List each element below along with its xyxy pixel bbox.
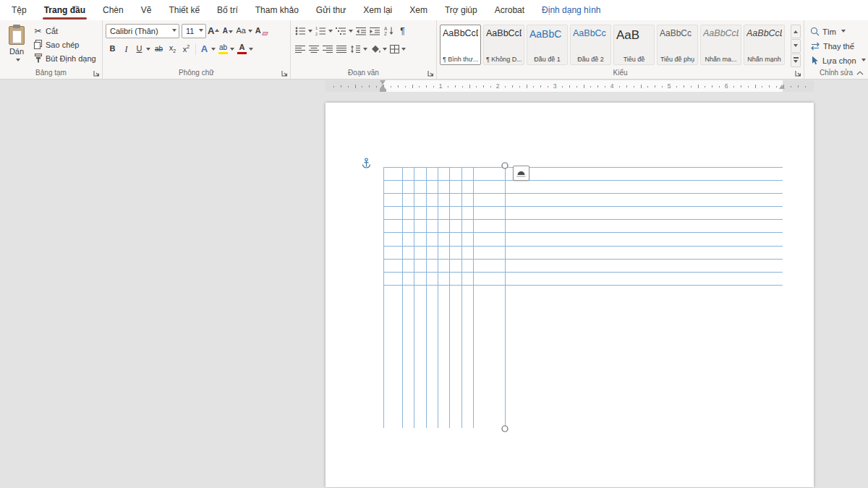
table-grid-drawing[interactable] bbox=[326, 103, 814, 487]
selection-handle-top[interactable] bbox=[502, 163, 508, 168]
align-center-button[interactable] bbox=[307, 41, 321, 56]
shrink-font-button[interactable]: A bbox=[221, 23, 234, 38]
styles-more-button[interactable] bbox=[791, 53, 801, 67]
separator bbox=[195, 43, 196, 55]
style-normal[interactable]: AaBbCcDc¶ Bình thư... bbox=[440, 25, 481, 65]
change-case-dropdown-arrow[interactable] bbox=[248, 30, 252, 35]
ruler-tick bbox=[676, 86, 677, 87]
underline-button[interactable]: U bbox=[133, 41, 152, 56]
replace-button[interactable]: Thay thế bbox=[809, 40, 865, 52]
styles-gallery: AaBbCcDc¶ Bình thư...AaBbCcDc¶ Không D..… bbox=[440, 23, 788, 68]
highlight-dropdown-arrow[interactable] bbox=[230, 48, 234, 53]
justify-button[interactable] bbox=[335, 41, 349, 56]
outdent-button[interactable] bbox=[354, 23, 368, 38]
italic-button[interactable]: I bbox=[119, 41, 133, 56]
ruler-tick bbox=[762, 86, 762, 87]
ruler-tick bbox=[376, 86, 377, 87]
style-no-spacing[interactable]: AaBbCcDc¶ Không D... bbox=[483, 25, 524, 65]
highlight-button[interactable]: ab bbox=[217, 41, 236, 56]
tab-references[interactable]: Tham khảo bbox=[247, 0, 307, 20]
tab-acrobat[interactable]: Acrobat bbox=[486, 0, 533, 20]
selection-handle-bottom[interactable] bbox=[502, 426, 508, 432]
line-spacing-button[interactable] bbox=[349, 41, 369, 56]
select-dropdown-arrow[interactable] bbox=[861, 59, 866, 64]
tab-review[interactable]: Xem lại bbox=[354, 0, 401, 20]
paragraph-dialog-launcher-icon[interactable] bbox=[426, 69, 435, 77]
ruler-tick bbox=[576, 86, 577, 87]
numbering-dropdown-arrow[interactable] bbox=[328, 30, 333, 35]
borders-button[interactable] bbox=[388, 41, 407, 56]
style-subtle-emphasis[interactable]: AaBbCcDcNhấn ma... bbox=[700, 25, 741, 65]
format-painter-button[interactable]: Bút Định dạng bbox=[32, 53, 98, 64]
style-heading-2[interactable]: AaBbCcĐầu đề 2 bbox=[570, 25, 611, 65]
text-effects-button[interactable]: A bbox=[198, 41, 217, 56]
layout-options-button[interactable] bbox=[513, 166, 529, 181]
shading-dropdown-arrow[interactable] bbox=[383, 48, 387, 53]
tab-layout[interactable]: Bố trí bbox=[208, 0, 247, 20]
tab-home[interactable]: Trang đầu bbox=[35, 0, 94, 20]
shading-button[interactable] bbox=[369, 41, 388, 56]
tab-view[interactable]: Xem bbox=[401, 0, 436, 20]
bullets-dropdown-arrow[interactable] bbox=[308, 30, 312, 35]
grow-font-button[interactable]: A bbox=[206, 23, 221, 38]
sort-button[interactable]: AZ bbox=[382, 23, 396, 38]
bullets-button[interactable] bbox=[294, 23, 314, 38]
strikethrough-icon: ab bbox=[154, 46, 163, 53]
tab-file[interactable]: Tệp bbox=[3, 0, 35, 20]
ruler-tick bbox=[634, 86, 634, 87]
font-color-dropdown-arrow[interactable] bbox=[249, 48, 253, 53]
find-dropdown-arrow[interactable] bbox=[841, 30, 846, 35]
collapse-ribbon-icon[interactable] bbox=[855, 69, 865, 77]
tab-design[interactable]: Thiết kế bbox=[160, 0, 208, 20]
right-indent-marker[interactable] bbox=[779, 85, 785, 89]
paste-dropdown-arrow[interactable] bbox=[16, 59, 20, 64]
font-family-combo[interactable]: Calibri (Thân) bbox=[106, 24, 179, 38]
multilevel-dropdown-arrow[interactable] bbox=[349, 30, 353, 35]
pilcrow-button[interactable]: ¶ bbox=[396, 23, 409, 38]
tab-draw[interactable]: Vẽ bbox=[132, 0, 161, 20]
align-left-button[interactable] bbox=[294, 41, 307, 56]
style-emphasis[interactable]: AaBbCcDcNhấn mạnh bbox=[744, 25, 785, 65]
tab-picture-format[interactable]: Định dạng hình bbox=[533, 0, 609, 20]
numbering-button[interactable]: 12 bbox=[314, 23, 334, 38]
horizontal-ruler[interactable]: 123456 bbox=[326, 80, 814, 92]
ruler-tick bbox=[769, 85, 770, 87]
left-indent-marker[interactable] bbox=[380, 89, 386, 92]
strikethrough-button[interactable]: ab bbox=[152, 41, 166, 56]
tab-insert[interactable]: Chèn bbox=[94, 0, 132, 20]
underline-dropdown-arrow[interactable] bbox=[146, 48, 150, 53]
style-heading-1[interactable]: AaBbCĐầu đề 1 bbox=[527, 25, 568, 65]
select-button[interactable]: Lựa chọn bbox=[809, 54, 865, 67]
multilevel-button[interactable] bbox=[334, 23, 354, 38]
styles-scroll-down-button[interactable] bbox=[791, 39, 801, 53]
clipboard-dialog-launcher-icon[interactable] bbox=[92, 69, 101, 77]
font-size-dropdown-arrow[interactable] bbox=[199, 29, 203, 34]
borders-dropdown-arrow[interactable] bbox=[401, 48, 406, 53]
style-title[interactable]: AaBTiêu đề bbox=[613, 25, 655, 65]
cut-button[interactable]: ✂ Cắt bbox=[32, 26, 98, 36]
indent-button[interactable] bbox=[368, 23, 382, 38]
paste-button[interactable]: Dán bbox=[3, 23, 30, 68]
tab-mailings[interactable]: Gửi thư bbox=[307, 0, 354, 20]
line-spacing-dropdown-arrow[interactable] bbox=[363, 48, 367, 53]
styles-scroll-up-button[interactable] bbox=[791, 25, 801, 38]
ribbon: Dán ✂ Cắt Sao chép Bút Định dạng bbox=[0, 20, 868, 80]
text-effects-dropdown-arrow[interactable] bbox=[211, 48, 216, 53]
bold-button[interactable]: B bbox=[106, 41, 119, 56]
font-color-button[interactable]: A bbox=[236, 41, 255, 56]
page[interactable] bbox=[326, 103, 814, 487]
style-subtitle[interactable]: AaBbCcTiêu đề phụ bbox=[657, 25, 698, 65]
tab-help[interactable]: Trợ giúp bbox=[436, 0, 486, 20]
font-size-combo[interactable]: 11 bbox=[182, 24, 206, 38]
change-case-button[interactable]: Aa bbox=[234, 23, 253, 38]
subscript-button[interactable]: x2 bbox=[166, 41, 179, 56]
clear-format-button[interactable]: A bbox=[254, 23, 269, 38]
font-dialog-launcher-icon[interactable] bbox=[280, 69, 289, 77]
find-button[interactable]: Tìm bbox=[809, 25, 865, 38]
styles-dialog-launcher-icon[interactable] bbox=[793, 69, 802, 77]
ruler-tick bbox=[641, 85, 642, 88]
font-family-dropdown-arrow[interactable] bbox=[172, 29, 176, 34]
superscript-button[interactable]: x2 bbox=[179, 41, 193, 56]
copy-button[interactable]: Sao chép bbox=[32, 39, 98, 50]
align-right-button[interactable] bbox=[321, 41, 335, 56]
